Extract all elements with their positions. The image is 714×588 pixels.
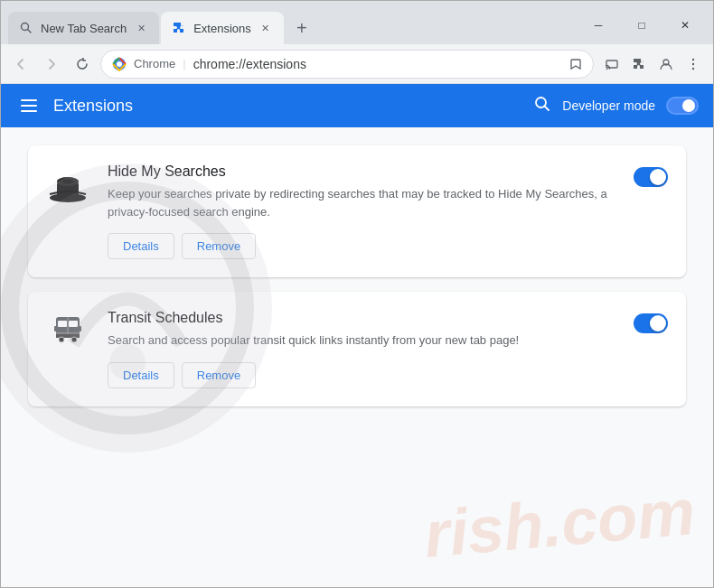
address-bar: Chrome | chrome://extensions <box>1 44 713 84</box>
browser-window: New Tab Search ✕ Extensions ✕ + ─ □ ✕ <box>0 0 714 588</box>
extensions-content: rish.com Hide My Searches Keep your sear… <box>1 127 713 587</box>
title-bar: New Tab Search ✕ Extensions ✕ + ─ □ ✕ <box>1 1 713 44</box>
site-favicon <box>112 57 127 71</box>
extension-icon-area-2 <box>46 310 89 346</box>
tab-new-tab-search-close[interactable]: ✕ <box>134 21 148 35</box>
svg-rect-22 <box>54 326 57 331</box>
forward-button[interactable] <box>39 51 64 77</box>
minimize-button[interactable]: ─ <box>578 12 619 39</box>
bus-icon <box>52 313 84 346</box>
window-controls: ─ □ ✕ <box>578 12 706 44</box>
extension-remove-btn-1[interactable]: Remove <box>182 233 256 259</box>
extension-name-1: Hide My Searches <box>108 163 615 180</box>
svg-rect-20 <box>69 321 78 327</box>
search-tab-icon <box>19 21 33 35</box>
close-button[interactable]: ✕ <box>664 12 706 39</box>
back-button[interactable] <box>8 51 33 77</box>
svg-point-8 <box>692 62 694 64</box>
svg-point-9 <box>692 67 694 69</box>
address-actions <box>599 51 706 77</box>
svg-line-1 <box>28 30 31 33</box>
tab-extensions-close[interactable]: ✕ <box>258 21 273 35</box>
hamburger-menu[interactable] <box>15 94 42 117</box>
svg-point-17 <box>62 180 73 184</box>
extension-actions-1: Details Remove <box>108 233 615 259</box>
url-text: chrome://extensions <box>193 57 562 71</box>
extension-toggle-area-1 <box>634 163 668 187</box>
svg-line-11 <box>545 106 550 110</box>
hat-icon <box>48 167 88 203</box>
developer-mode-toggle[interactable] <box>666 97 699 115</box>
extension-toggle-knob-1 <box>650 169 666 185</box>
tab-new-tab-search[interactable]: New Tab Search ✕ <box>8 12 159 44</box>
watermark-text: rish.com <box>421 474 698 572</box>
url-bar[interactable]: Chrome | chrome://extensions <box>100 50 594 79</box>
header-right-actions: Developer mode <box>533 95 699 117</box>
developer-mode-label: Developer mode <box>562 98 655 113</box>
extension-card-hide-my-searches: Hide My Searches Keep your searches priv… <box>28 145 686 277</box>
extensions-search-button[interactable] <box>533 95 551 117</box>
cast-button[interactable] <box>599 51 625 77</box>
svg-point-5 <box>606 68 608 70</box>
extension-toggle-knob-2 <box>650 315 666 331</box>
extension-details-2: Transit Schedules Search and access popu… <box>108 310 615 388</box>
extension-details-btn-2[interactable]: Details <box>108 362 174 388</box>
svg-point-7 <box>692 58 694 60</box>
extension-card-transit-schedules: Transit Schedules Search and access popu… <box>28 292 686 406</box>
maximize-button[interactable]: □ <box>621 12 662 39</box>
extension-details-1: Hide My Searches Keep your searches priv… <box>108 163 615 259</box>
extension-toggle-2[interactable] <box>634 313 668 333</box>
url-separator: | <box>183 57 185 70</box>
url-protocol: Chrome <box>134 57 175 70</box>
svg-rect-4 <box>606 61 617 68</box>
extension-name-2: Transit Schedules <box>108 310 615 326</box>
toggle-knob <box>682 99 695 112</box>
puzzle-tab-icon <box>172 21 186 35</box>
extension-remove-btn-2[interactable]: Remove <box>182 362 256 388</box>
extensions-header: Extensions Developer mode <box>1 84 713 127</box>
extensions-button[interactable] <box>626 51 652 77</box>
extension-desc-2: Search and access popular transit quick … <box>108 331 615 350</box>
svg-point-3 <box>117 61 122 67</box>
extension-toggle-1[interactable] <box>634 167 668 187</box>
svg-point-25 <box>59 337 64 342</box>
reload-button[interactable] <box>70 51 95 77</box>
extension-icon-area-1 <box>46 163 89 203</box>
new-tab-button[interactable]: + <box>289 15 315 41</box>
tab-extensions-label: Extensions <box>193 22 251 35</box>
tab-new-tab-search-label: New Tab Search <box>41 22 127 35</box>
profile-button[interactable] <box>653 51 679 77</box>
extensions-title: Extensions <box>53 97 133 116</box>
extension-desc-1: Keep your searches private by redirectin… <box>108 185 615 220</box>
extension-actions-2: Details Remove <box>108 362 615 388</box>
svg-rect-23 <box>79 326 81 331</box>
bookmark-icon[interactable] <box>569 58 582 70</box>
tab-extensions[interactable]: Extensions ✕ <box>161 12 284 44</box>
menu-button[interactable] <box>681 51 706 77</box>
extension-toggle-area-2 <box>634 310 668 333</box>
extension-details-btn-1[interactable]: Details <box>108 233 174 259</box>
svg-rect-19 <box>58 321 67 327</box>
svg-point-26 <box>71 337 77 342</box>
